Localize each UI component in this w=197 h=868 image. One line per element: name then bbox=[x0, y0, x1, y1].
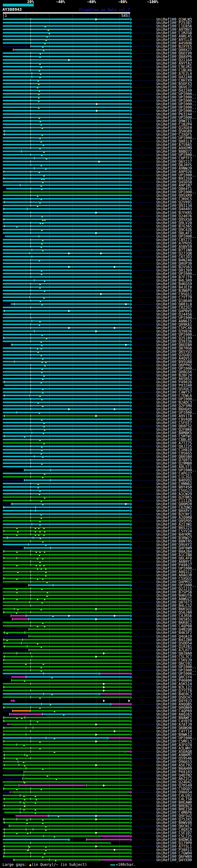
segment-boundary-tick bbox=[30, 252, 30, 255]
hit-bar-segment bbox=[3, 781, 130, 783]
query-gap-triangle-icon bbox=[37, 643, 38, 645]
subject-arrow-icon bbox=[68, 310, 70, 312]
segment-boundary-tick bbox=[30, 391, 31, 394]
query-gap-triangle-icon bbox=[42, 406, 44, 407]
label-leader-line bbox=[131, 785, 156, 786]
label-leader-line bbox=[131, 487, 156, 488]
hit-end-arrowhead bbox=[130, 25, 132, 28]
segment-boundary-tick bbox=[86, 784, 87, 787]
query-gap-triangle-icon bbox=[23, 762, 25, 763]
query-gap-triangle-icon bbox=[41, 602, 43, 603]
subject-arrow-icon bbox=[68, 327, 70, 329]
hit-end-arrowhead bbox=[130, 764, 132, 767]
identity-scale-label: ~80% bbox=[106, 0, 127, 4]
subject-arrow-icon bbox=[125, 344, 127, 346]
hit-end-arrowhead bbox=[130, 65, 132, 68]
hit-end-arrowhead bbox=[130, 266, 132, 269]
hit-end-arrowhead bbox=[130, 804, 132, 807]
query-gap-triangle-icon bbox=[23, 802, 25, 804]
hit-bar-segment bbox=[3, 123, 130, 125]
hit-end-arrowhead bbox=[130, 614, 132, 617]
hit-end-arrowhead bbox=[130, 577, 132, 580]
segment-boundary-tick bbox=[30, 492, 31, 495]
query-gap-triangle-icon bbox=[39, 538, 41, 539]
hit-end-arrowhead bbox=[130, 604, 132, 607]
label-leader-line bbox=[131, 114, 156, 115]
hit-bar-segment bbox=[3, 480, 24, 480]
hit-bar-segment bbox=[3, 86, 130, 88]
subject-arrow-icon bbox=[114, 266, 116, 268]
query-gap-triangle-icon bbox=[37, 579, 38, 580]
hit-bar-segment bbox=[3, 564, 130, 566]
label-leader-line bbox=[131, 663, 156, 664]
segment-boundary-tick bbox=[17, 557, 17, 559]
subject-arrow-icon bbox=[95, 608, 97, 610]
hit-end-arrowhead bbox=[130, 740, 132, 743]
hit-end-arrowhead bbox=[130, 136, 132, 140]
segment-boundary-tick bbox=[12, 502, 12, 505]
hit-end-arrowhead bbox=[130, 628, 132, 631]
segment-boundary-tick bbox=[34, 330, 34, 333]
segment-boundary-tick bbox=[35, 506, 36, 509]
hit-bar-segment bbox=[3, 764, 130, 766]
hit-bar-segment bbox=[3, 184, 130, 186]
hit-bar-segment bbox=[3, 500, 130, 501]
hit-end-arrowhead bbox=[130, 533, 132, 536]
query-gap-triangle-icon bbox=[51, 677, 53, 678]
hit-end-arrowhead bbox=[130, 848, 132, 851]
query-gap-triangle-icon bbox=[38, 70, 40, 71]
segment-boundary-tick bbox=[30, 818, 31, 820]
junction-arrowhead bbox=[99, 672, 101, 675]
hit-end-arrowhead bbox=[130, 787, 132, 790]
label-leader-line bbox=[131, 216, 156, 216]
query-gap-triangle-icon bbox=[37, 81, 39, 82]
hit-end-arrowhead bbox=[130, 611, 132, 614]
hit-bar-segment bbox=[3, 73, 130, 74]
query-gap-triangle-icon bbox=[29, 846, 30, 848]
segment-boundary-tick bbox=[30, 553, 31, 556]
hit-bar-segment bbox=[3, 93, 130, 95]
query-gap-triangle-icon bbox=[45, 545, 47, 546]
subject-arrow-icon bbox=[95, 832, 97, 834]
hit-end-arrowhead bbox=[13, 699, 15, 702]
hit-end-arrowhead bbox=[130, 177, 132, 180]
query-start-coordinate: |1 bbox=[2, 14, 7, 18]
segment-boundary-tick bbox=[30, 570, 31, 573]
segment-boundary-tick bbox=[4, 309, 5, 312]
segment-boundary-tick bbox=[26, 733, 26, 736]
segment-boundary-tick bbox=[30, 448, 31, 451]
hit-end-arrowhead bbox=[130, 408, 132, 411]
hit-bar-segment bbox=[3, 650, 29, 650]
hit-end-arrowhead bbox=[130, 123, 132, 126]
hit-bar-segment bbox=[3, 476, 130, 477]
hit-bar-segment bbox=[3, 56, 130, 57]
hit-end-arrowhead bbox=[130, 414, 132, 417]
label-leader-line bbox=[131, 521, 156, 521]
hit-end-arrowhead bbox=[130, 794, 132, 797]
query-gap-triangle-icon bbox=[16, 534, 18, 536]
hit-bar-segment bbox=[3, 59, 130, 61]
hit-bar-segment bbox=[3, 415, 130, 416]
hit-end-arrowhead bbox=[130, 130, 132, 133]
hit-bar-segment bbox=[3, 646, 130, 647]
hit-end-arrowhead bbox=[130, 374, 132, 377]
segment-boundary-tick bbox=[30, 459, 31, 461]
hit-end-arrowhead bbox=[130, 238, 132, 241]
query-gap-triangle-icon bbox=[55, 860, 57, 861]
hit-bar-segment bbox=[3, 354, 130, 355]
query-gap-triangle-icon bbox=[25, 663, 27, 665]
hit-bar-segment bbox=[3, 181, 130, 183]
segment-boundary-tick bbox=[9, 825, 10, 827]
segment-boundary-tick bbox=[30, 106, 31, 109]
query-gap-triangle-icon bbox=[24, 806, 26, 807]
subject-arrow-icon bbox=[98, 160, 100, 163]
hit-end-arrowhead bbox=[130, 733, 132, 736]
query-gap-triangle-icon bbox=[42, 182, 44, 183]
hit-end-arrowhead bbox=[130, 286, 132, 289]
hit-end-arrowhead bbox=[130, 35, 132, 38]
query-gap-triangle-icon bbox=[46, 775, 48, 777]
label-leader-line bbox=[131, 304, 156, 305]
segment-boundary-tick bbox=[34, 279, 34, 282]
segment-boundary-tick bbox=[25, 753, 25, 756]
query-gap-triangle-icon bbox=[27, 850, 29, 851]
